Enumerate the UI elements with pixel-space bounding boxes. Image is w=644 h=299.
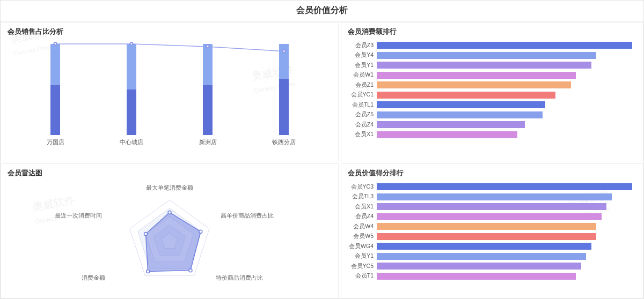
rank-bar: [377, 263, 581, 270]
rank-row-会员TL1[interactable]: 会员TL1: [346, 100, 632, 109]
panel-value-rank: 会员价值得分排行 奥威软件Ourway Power 会员YC3会员TL3会员X1…: [341, 163, 643, 298]
rank-label: 会员Z1: [346, 81, 377, 89]
rank-bar: [377, 183, 632, 190]
rank-bar: [377, 42, 632, 49]
rank-bar: [377, 111, 543, 118]
rank-bar: [377, 101, 545, 108]
svg-point-9: [147, 270, 150, 273]
watermark: 奥威软件Ourway Power: [31, 192, 78, 226]
chart-sales-ratio[interactable]: 奥威软件Ourway Power 奥威软件Ourway Power 万国店中心城…: [1, 39, 338, 161]
panel-sales-ratio: 会员销售占比分析 奥威软件Ourway Power 奥威软件Ourway Pow…: [1, 22, 339, 161]
panel-grid: 会员销售占比分析 奥威软件Ourway Power 奥威软件Ourway Pow…: [1, 22, 643, 298]
rank-label: 会员TL3: [346, 193, 377, 200]
radar-axis-label: 最近一次消费时间: [55, 212, 102, 220]
rank-bar: [377, 72, 576, 79]
rank-label: 会员YC5: [346, 263, 377, 270]
rank-label: 会员Z3: [346, 42, 377, 49]
dashboard: 会员价值分析 会员销售占比分析 奥威软件Ourway Power 奥威软件Our…: [0, 0, 644, 299]
rank-label: 会员Z4: [346, 121, 377, 129]
rank-label: 会员WG4: [346, 243, 377, 250]
svg-point-7: [199, 230, 202, 233]
page-title: 会员价值分析: [1, 1, 643, 22]
column-label: 铁西分店: [252, 138, 316, 146]
radar-axis-label: 消费金额: [82, 274, 105, 282]
rank-row-会员X1[interactable]: 会员X1: [346, 202, 632, 211]
rank-bar: [377, 131, 517, 138]
panel-title-value-rank: 会员价值得分排行: [341, 164, 643, 180]
column-label: 新洲店: [175, 138, 240, 146]
rank-bar: [377, 253, 586, 260]
rank-row-会员T1[interactable]: 会员T1: [346, 272, 632, 281]
rank-row-会员Y1[interactable]: 会员Y1: [346, 61, 632, 70]
rank-label: 会员X1: [346, 203, 377, 211]
rank-row-会员TL3[interactable]: 会员TL3: [346, 192, 632, 201]
rank-bar: [377, 92, 555, 99]
rank-row-会员Z3[interactable]: 会员Z3: [346, 41, 632, 50]
panel-consumption-rank: 会员消费额排行 会员Z3会员Y4会员Y1会员W1会员Z1会员YC1会员TL1会员…: [341, 22, 643, 161]
rank-label: 会员X1: [346, 131, 377, 138]
rank-bar: [377, 193, 612, 200]
rank-bar: [377, 213, 602, 220]
chart-radar[interactable]: 奥威软件Ourway Power 最大单笔消费金额 高单价商品消费占比 特价商品…: [1, 180, 338, 298]
svg-point-8: [189, 269, 192, 272]
rank-bar: [377, 121, 525, 128]
rank-bar: [377, 52, 596, 59]
rank-row-会员YC3[interactable]: 会员YC3: [346, 182, 632, 191]
rank-label: 会员W1: [346, 71, 377, 79]
rank-row-会员Y1[interactable]: 会员Y1: [346, 252, 632, 261]
rank-row-会员Z4[interactable]: 会员Z4: [346, 120, 632, 129]
panel-radar: 会员雷达图 奥威软件Ourway Power 最大单笔消费金额 高单价商品消费占…: [1, 163, 339, 298]
radar-axis-label: 特价商品消费占比: [216, 274, 263, 282]
rank-row-会员Z4[interactable]: 会员Z4: [346, 212, 632, 221]
radar-axis-label: 最大单笔消费金额: [146, 184, 193, 192]
rank-bar: [377, 81, 571, 88]
column-label: 万国店: [23, 138, 87, 146]
panel-title-consumption-rank: 会员消费额排行: [341, 23, 643, 39]
rank-bar: [377, 203, 606, 210]
rank-row-会员Y4[interactable]: 会员Y4: [346, 51, 632, 60]
rank-bar: [377, 273, 576, 280]
chart-consumption-rank[interactable]: 会员Z3会员Y4会员Y1会员W1会员Z1会员YC1会员TL1会员Z5会员Z4会员…: [341, 39, 643, 161]
rank-label: 会员YC3: [346, 183, 377, 191]
rank-row-会员W4[interactable]: 会员W4: [346, 222, 632, 231]
column-万国店[interactable]: [23, 44, 87, 135]
rank-label: 会员W4: [346, 223, 377, 230]
rank-label: 会员Y1: [346, 252, 377, 260]
rank-bar: [377, 233, 596, 240]
rank-label: 会员Z4: [346, 213, 377, 220]
rank-label: 会员Y1: [346, 62, 377, 69]
rank-label: 会员Z5: [346, 111, 377, 118]
rank-label: 会员YC1: [346, 91, 377, 99]
rank-row-会员YC5[interactable]: 会员YC5: [346, 261, 632, 271]
rank-bar: [377, 243, 591, 250]
rank-label: 会员TL1: [346, 101, 377, 109]
rank-row-会员W5[interactable]: 会员W5: [346, 232, 632, 241]
rank-row-会员YC1[interactable]: 会员YC1: [346, 91, 632, 100]
rank-label: 会员T1: [346, 272, 377, 280]
rank-row-会员Z5[interactable]: 会员Z5: [346, 110, 632, 119]
rank-label: 会员Y4: [346, 51, 377, 59]
panel-title-radar: 会员雷达图: [1, 164, 338, 180]
column-新洲店[interactable]: [175, 44, 240, 135]
svg-point-10: [144, 233, 147, 236]
column-label: 中心城店: [99, 138, 164, 146]
rank-bar: [377, 62, 591, 69]
column-中心城店[interactable]: [99, 44, 164, 135]
panel-title-sales-ratio: 会员销售占比分析: [1, 23, 338, 39]
rank-row-会员Z1[interactable]: 会员Z1: [346, 80, 632, 89]
rank-row-会员W1[interactable]: 会员W1: [346, 71, 632, 80]
rank-row-会员X1[interactable]: 会员X1: [346, 130, 632, 139]
chart-value-rank[interactable]: 奥威软件Ourway Power 会员YC3会员TL3会员X1会员Z4会员W4会…: [341, 180, 643, 298]
svg-point-6: [168, 211, 171, 214]
radar-axis-label: 高单价商品消费占比: [221, 212, 274, 220]
rank-row-会员WG4[interactable]: 会员WG4: [346, 242, 632, 251]
rank-label: 会员W5: [346, 233, 377, 240]
column-铁西分店[interactable]: [252, 44, 316, 135]
rank-bar: [377, 223, 596, 230]
